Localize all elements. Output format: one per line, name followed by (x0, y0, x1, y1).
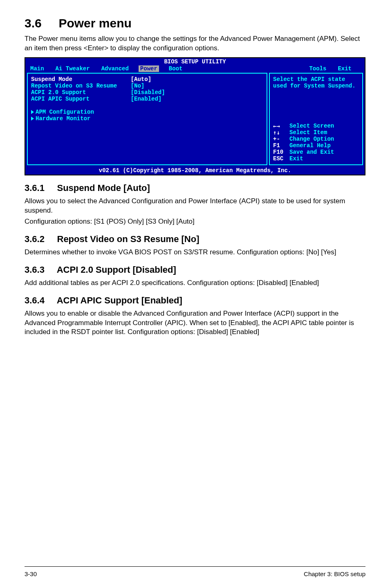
bios-nav-legend: ←→Select Screen ↑↓Select Item +-Change O… (273, 123, 359, 162)
bios-nav-exit: ESCExit (273, 155, 359, 162)
bios-tab-boot[interactable]: Boot (167, 65, 184, 72)
bios-nav-select-screen: ←→Select Screen (273, 123, 359, 129)
bios-help-text: Select the ACPI state used for System Su… (273, 76, 359, 89)
bios-nav-general-help: F1General Help (273, 142, 359, 149)
bios-header: BIOS SETUP UTILITY (25, 58, 365, 65)
title-number: 3.6 (25, 16, 42, 30)
section-1-para-1: Allows you to select the Advanced Config… (25, 197, 365, 215)
intro-paragraph: The Power menu items allow you to change… (25, 34, 365, 53)
section-2-para-1: Determines whether to invoke VGA BIOS PO… (25, 248, 365, 257)
bios-tab-advanced[interactable]: Advanced (100, 65, 130, 72)
bios-tab-exit[interactable]: Exit (336, 65, 353, 72)
bios-left-pane: Suspend Mode [Auto] Repost Video on S3 R… (27, 73, 267, 165)
page-title: 3.6 Power menu (25, 16, 365, 30)
bios-item-acpi-apic[interactable]: ACPI APIC Support [Enabled] (31, 96, 263, 102)
bios-footer: v02.61 (C)Copyright 1985-2008, American … (25, 167, 365, 175)
bios-tab-power[interactable]: Power (139, 65, 159, 72)
footer-rule (25, 566, 365, 567)
bios-nav-change-option: +-Change Option (273, 136, 359, 142)
title-text: Power menu (58, 16, 131, 30)
section-1-para-2: Configuration options: [S1 (POS) Only] [… (25, 217, 365, 227)
bios-nav-select-item: ↑↓Select Item (273, 129, 359, 136)
section-3-para-1: Add additional tables as per ACPI 2.0 sp… (25, 278, 365, 288)
page-number: 3-30 (25, 570, 37, 577)
bios-subitem-hwmon[interactable]: Hardware Monitor (31, 115, 263, 122)
bios-tab-tools[interactable]: Tools (307, 65, 328, 72)
section-heading-2: 3.6.2 Repost Video on S3 Resume [No] (25, 234, 365, 245)
bios-tab-main[interactable]: Main (29, 65, 46, 72)
bios-item-suspend-mode[interactable]: Suspend Mode [Auto] (31, 76, 263, 83)
chapter-label: Chapter 3: BIOS setup (304, 570, 365, 577)
bios-screenshot: BIOS SETUP UTILITY Main Ai Tweaker Advan… (25, 57, 365, 175)
triangle-icon (31, 117, 34, 121)
page-footer: 3-30 Chapter 3: BIOS setup (25, 570, 365, 577)
bios-nav-save-exit: F10Save and Exit (273, 149, 359, 155)
section-4-para-1: Allows you to enable or disable the Adva… (25, 309, 365, 337)
bios-subitem-apm[interactable]: APM Configuration (31, 109, 263, 115)
bios-tab-ai-tweaker[interactable]: Ai Tweaker (54, 65, 92, 72)
triangle-icon (31, 110, 34, 114)
section-heading-3: 3.6.3 ACPI 2.0 Support [Disabled] (25, 265, 365, 275)
bios-tabs: Main Ai Tweaker Advanced Power Boot Tool… (25, 65, 365, 73)
section-heading-1: 3.6.1 Suspend Mode [Auto] (25, 183, 365, 193)
bios-item-repost-video[interactable]: Repost Video on S3 Resume [No] (31, 83, 263, 89)
section-heading-4: 3.6.4 ACPI APIC Support [Enabled] (25, 295, 365, 306)
bios-item-acpi-20[interactable]: ACPI 2.0 Support [Disabled] (31, 89, 263, 96)
bios-right-pane: Select the ACPI state used for System Su… (269, 73, 363, 165)
bios-body: Suspend Mode [Auto] Repost Video on S3 R… (25, 73, 365, 167)
